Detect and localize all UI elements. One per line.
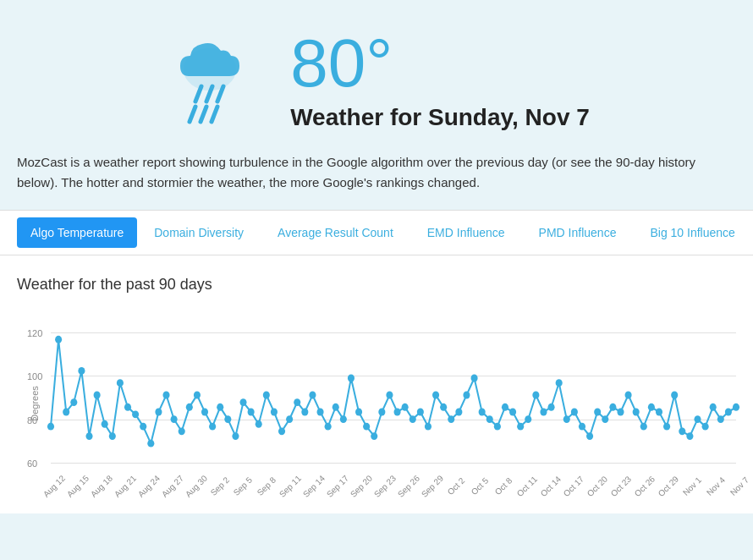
- tab-pmd-influence[interactable]: PMD Influence: [522, 214, 634, 251]
- svg-point-26: [194, 392, 201, 399]
- weather-title: Weather for Sunday, Nov 7: [290, 104, 590, 131]
- svg-point-41: [309, 392, 316, 399]
- weather-icon: [163, 25, 273, 135]
- svg-point-83: [633, 409, 640, 416]
- svg-point-39: [294, 398, 300, 406]
- svg-point-82: [625, 392, 632, 399]
- svg-point-65: [494, 423, 501, 431]
- svg-point-19: [140, 423, 146, 431]
- svg-point-37: [278, 427, 285, 435]
- chart-container: Degrees 1201008060 Aug 12Aug 15Aug 18Aug…: [17, 310, 736, 497]
- svg-point-77: [586, 432, 593, 440]
- svg-point-38: [286, 415, 293, 423]
- svg-point-58: [440, 404, 447, 411]
- svg-point-88: [671, 392, 678, 399]
- svg-point-91: [694, 415, 701, 423]
- temperature-display: 80°: [290, 30, 590, 97]
- svg-point-96: [733, 404, 739, 411]
- svg-point-61: [463, 392, 470, 399]
- svg-point-56: [425, 423, 431, 431]
- grid-label-60: 60: [27, 458, 37, 469]
- svg-point-85: [648, 404, 655, 411]
- tabs-nav: Algo TemperatureDomain DiversityAverage …: [0, 210, 753, 255]
- svg-point-75: [571, 409, 578, 416]
- grid-label-100: 100: [27, 371, 42, 382]
- svg-point-17: [124, 404, 131, 411]
- svg-point-63: [479, 409, 486, 416]
- svg-point-14: [102, 420, 108, 428]
- svg-point-70: [532, 392, 539, 399]
- chart-title: Weather for the past 90 days: [17, 276, 736, 294]
- svg-point-32: [239, 398, 246, 406]
- svg-point-93: [710, 404, 717, 411]
- description-text: MozCast is a weather report showing turb…: [0, 152, 745, 210]
- chart-section: Weather for the past 90 days Degrees 120…: [0, 255, 753, 513]
- svg-point-60: [455, 409, 462, 416]
- svg-point-84: [640, 423, 647, 431]
- svg-point-81: [617, 409, 624, 416]
- svg-line-4: [190, 107, 195, 122]
- svg-point-30: [224, 415, 231, 423]
- svg-point-8: [55, 336, 62, 343]
- svg-point-16: [117, 379, 124, 387]
- tab-emd-influence[interactable]: EMD Influence: [410, 214, 522, 251]
- svg-point-35: [263, 392, 270, 399]
- svg-point-50: [378, 409, 385, 416]
- svg-point-95: [725, 409, 732, 416]
- svg-point-66: [502, 404, 508, 411]
- svg-point-10: [70, 398, 77, 406]
- svg-point-12: [85, 432, 92, 440]
- svg-line-1: [195, 86, 201, 102]
- svg-point-44: [333, 404, 339, 411]
- svg-point-76: [579, 423, 585, 431]
- svg-point-68: [517, 423, 524, 431]
- svg-point-62: [471, 375, 478, 382]
- svg-point-34: [256, 420, 262, 428]
- chart-svg: [51, 310, 736, 480]
- svg-line-6: [212, 107, 217, 122]
- svg-point-78: [594, 409, 601, 416]
- svg-point-55: [417, 409, 424, 416]
- svg-point-9: [63, 409, 69, 416]
- svg-point-43: [325, 423, 332, 431]
- svg-point-87: [663, 423, 670, 431]
- svg-point-89: [679, 427, 685, 435]
- svg-point-94: [717, 415, 724, 423]
- x-labels-container: Aug 12Aug 15Aug 18Aug 21Aug 24Aug 27Aug …: [51, 483, 736, 525]
- svg-point-18: [132, 410, 139, 418]
- svg-point-45: [340, 415, 347, 423]
- svg-point-86: [656, 409, 662, 416]
- svg-point-67: [509, 409, 516, 416]
- tab-algo-temp[interactable]: Algo Temperature: [17, 217, 137, 248]
- svg-point-79: [602, 415, 608, 423]
- svg-point-49: [371, 432, 377, 440]
- tab-domain-diversity[interactable]: Domain Diversity: [137, 214, 261, 251]
- svg-point-13: [94, 392, 101, 399]
- svg-point-11: [78, 367, 85, 375]
- svg-point-20: [147, 440, 154, 447]
- svg-point-64: [486, 415, 493, 423]
- svg-point-21: [155, 409, 162, 416]
- svg-point-33: [248, 409, 255, 416]
- svg-point-51: [386, 392, 393, 399]
- header-text: 80° Weather for Sunday, Nov 7: [290, 30, 590, 131]
- svg-point-72: [548, 404, 555, 411]
- svg-point-23: [171, 415, 178, 423]
- tab-big10-influence[interactable]: Big 10 Influence: [633, 214, 751, 251]
- svg-point-46: [348, 375, 355, 382]
- svg-point-7: [47, 423, 54, 431]
- svg-point-90: [686, 432, 693, 440]
- svg-point-59: [448, 415, 454, 423]
- svg-point-28: [209, 423, 216, 431]
- svg-point-80: [609, 404, 616, 411]
- svg-point-25: [186, 404, 193, 411]
- svg-point-31: [232, 432, 239, 440]
- tab-avg-result-count[interactable]: Average Result Count: [261, 214, 410, 251]
- svg-point-47: [355, 409, 362, 416]
- chart-inner: 1201008060: [51, 310, 736, 480]
- grid-label-80: 80: [27, 415, 37, 425]
- svg-point-92: [702, 423, 709, 431]
- svg-point-29: [217, 404, 223, 411]
- svg-point-15: [109, 432, 116, 440]
- svg-point-57: [432, 392, 439, 399]
